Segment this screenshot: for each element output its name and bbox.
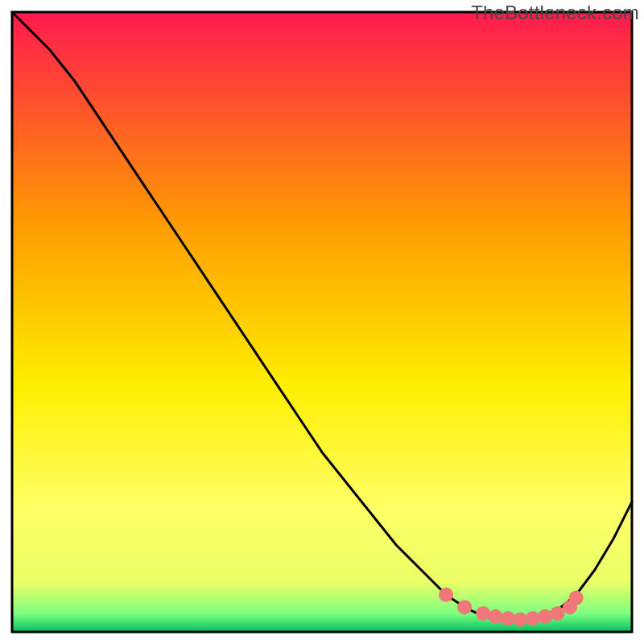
plot-area bbox=[12, 12, 632, 632]
curve-dot bbox=[551, 606, 565, 621]
chart-svg bbox=[0, 0, 644, 644]
watermark-text: TheBottleneck.com bbox=[471, 2, 639, 24]
curve-dot bbox=[439, 588, 453, 602]
curve-dot bbox=[489, 609, 503, 624]
curve-dot bbox=[526, 611, 540, 625]
curve-dot bbox=[569, 591, 584, 605]
curve-dot bbox=[476, 606, 490, 621]
curve-dot bbox=[513, 613, 527, 627]
curve-dot bbox=[538, 609, 552, 624]
chart-container: TheBottleneck.com bbox=[0, 0, 644, 644]
svg-rect-0 bbox=[12, 12, 632, 632]
curve-dot bbox=[501, 611, 515, 625]
curve-dot bbox=[457, 600, 472, 614]
